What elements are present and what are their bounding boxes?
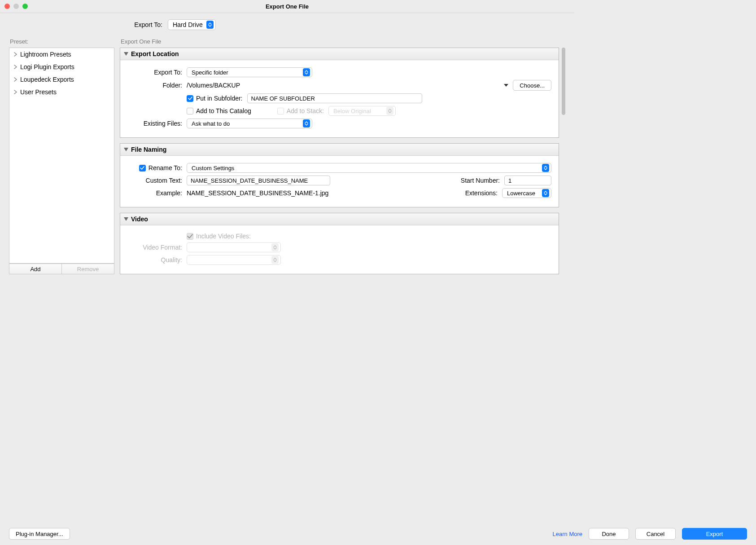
panel-header-file-naming[interactable]: File Naming — [120, 144, 559, 156]
panel-title: Export Location — [131, 50, 179, 57]
existing-files-label: Existing Files: — [127, 120, 182, 127]
preset-item-loupedeck[interactable]: Loupedeck Exports — [9, 73, 114, 86]
preset-item-label: Lightroom Presets — [20, 51, 71, 58]
preset-item-label: Logi Plugin Exports — [20, 63, 74, 70]
checkbox-disabled-checked-icon — [187, 233, 193, 240]
video-format-label: Video Format: — [127, 244, 182, 251]
existing-files-value: Ask what to do — [192, 120, 230, 127]
preset-list: Lightroom Presets Logi Plugin Exports Lo… — [9, 48, 114, 264]
chevron-right-icon — [14, 90, 17, 94]
rename-template-value: Custom Settings — [192, 165, 234, 171]
stack-position-value: Below Original — [333, 108, 371, 114]
export-folder-value: Specific folder — [192, 69, 228, 76]
chevron-updown-icon — [386, 107, 393, 115]
folder-dropdown-button[interactable] — [504, 84, 508, 87]
disclosure-triangle-icon — [124, 148, 128, 151]
start-number-label: Start Number: — [461, 177, 500, 184]
preset-item-logi[interactable]: Logi Plugin Exports — [9, 61, 114, 73]
export-to-select[interactable]: Hard Drive — [168, 19, 216, 30]
export-folder-select[interactable]: Specific folder — [187, 67, 312, 77]
preset-add-button[interactable]: Add — [9, 264, 61, 274]
checkbox-unchecked-icon — [187, 108, 193, 114]
rename-to-checkbox[interactable]: Rename To: — [127, 164, 182, 171]
rename-to-label: Rename To: — [149, 164, 182, 171]
start-number-input[interactable]: 1 — [504, 176, 551, 185]
panel-file-naming: File Naming Rename To: Custom Settings — [120, 143, 559, 207]
choose-button[interactable]: Choose... — [513, 80, 551, 91]
panel-header-export-location[interactable]: Export Location — [120, 48, 559, 60]
folder-path: /Volumes/BACKUP — [187, 82, 499, 89]
window-title: Export One File — [0, 3, 574, 10]
checkbox-checked-icon — [139, 165, 146, 171]
panel-export-location: Export Location Export To: Specific fold… — [120, 48, 559, 138]
panel-header-video[interactable]: Video — [120, 213, 559, 225]
chevron-updown-icon — [303, 119, 310, 127]
panels: Export Location Export To: Specific fold… — [120, 48, 559, 274]
settings-column: Export One File Export Location Export T… — [120, 36, 565, 274]
main-columns: Preset: Lightroom Presets Logi Plugin Ex… — [0, 36, 574, 274]
chevron-updown-icon — [303, 68, 310, 76]
export-to-value: Hard Drive — [173, 21, 203, 28]
include-video-label: Include Video Files: — [196, 233, 251, 240]
example-value: NAME_SESSION_DATE_BUSINESS_NAME-1.jpg — [187, 189, 461, 197]
preset-column: Preset: Lightroom Presets Logi Plugin Ex… — [9, 36, 114, 274]
panel-title: Video — [131, 215, 148, 223]
preset-header: Preset: — [9, 36, 114, 48]
rename-template-select[interactable]: Custom Settings — [187, 163, 551, 173]
preset-remove-button: Remove — [61, 264, 114, 274]
titlebar: Export One File — [0, 0, 574, 13]
put-subfolder-label: Put in Subfolder: — [196, 95, 243, 102]
extensions-label: Extensions: — [465, 189, 498, 197]
add-stack-label: Add to Stack: — [287, 107, 324, 114]
extensions-select[interactable]: Lowercase — [502, 188, 551, 198]
preset-actions: Add Remove — [9, 264, 114, 274]
video-quality-label: Quality: — [127, 256, 182, 264]
folder-label: Folder: — [127, 82, 182, 89]
add-catalog-checkbox[interactable]: Add to This Catalog — [187, 107, 251, 114]
panel-body-file-naming: Rename To: Custom Settings — [120, 156, 559, 207]
preset-item-lightroom[interactable]: Lightroom Presets — [9, 48, 114, 61]
panel-title: File Naming — [131, 146, 166, 153]
extensions-value: Lowercase — [507, 190, 535, 197]
preset-item-label: User Presets — [20, 88, 57, 96]
stack-position-select: Below Original — [328, 106, 396, 116]
chevron-updown-icon — [206, 21, 214, 29]
add-catalog-label: Add to This Catalog — [196, 107, 251, 114]
export-to-row: Export To: Hard Drive — [0, 13, 574, 36]
panel-video: Video Include Video Files: — [120, 213, 559, 274]
checkbox-disabled-icon — [277, 108, 284, 114]
chevron-updown-icon — [542, 164, 549, 172]
settings-header: Export One File — [120, 36, 565, 48]
panels-wrapper: Export Location Export To: Specific fold… — [120, 48, 565, 274]
panel-body-export-location: Export To: Specific folder — [120, 60, 559, 137]
chevron-updown-icon — [271, 256, 279, 264]
chevron-updown-icon — [542, 189, 549, 197]
export-to-label: Export To: — [127, 69, 182, 76]
video-format-select — [187, 242, 281, 252]
add-stack-checkbox: Add to Stack: — [277, 107, 324, 114]
preset-item-user[interactable]: User Presets — [9, 86, 114, 98]
scrollbar[interactable] — [562, 48, 565, 274]
include-video-checkbox: Include Video Files: — [187, 233, 251, 240]
custom-text-label: Custom Text: — [127, 177, 182, 184]
chevron-right-icon — [14, 65, 17, 69]
put-subfolder-checkbox[interactable]: Put in Subfolder: — [187, 95, 243, 102]
chevron-right-icon — [14, 52, 17, 57]
subfolder-input[interactable]: NAME OF SUBFOLDER — [247, 93, 422, 103]
panel-body-video: Include Video Files: Video Format: — [120, 225, 559, 274]
export-to-label: Export To: — [134, 21, 162, 28]
chevron-updown-icon — [271, 243, 279, 251]
scrollbar-thumb[interactable] — [562, 48, 565, 115]
disclosure-triangle-icon — [124, 52, 128, 56]
example-label: Example: — [127, 189, 182, 197]
chevron-right-icon — [14, 77, 17, 82]
video-quality-select — [187, 255, 281, 265]
checkbox-checked-icon — [187, 95, 193, 102]
custom-text-input[interactable]: NAME_SESSION_DATE_BUSINESS_NAME — [187, 176, 330, 185]
preset-item-label: Loupedeck Exports — [20, 76, 74, 83]
disclosure-triangle-icon — [124, 217, 128, 221]
existing-files-select[interactable]: Ask what to do — [187, 119, 312, 128]
